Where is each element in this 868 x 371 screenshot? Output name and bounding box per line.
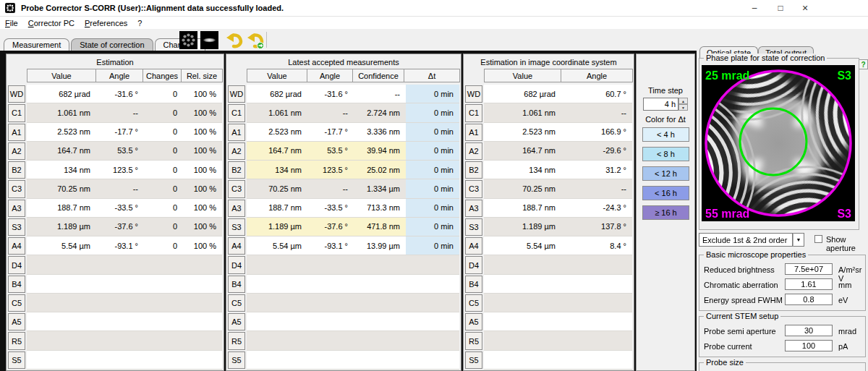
row-data: 2.523 nm166.9 ° xyxy=(484,123,632,142)
column-header-rel-size[interactable]: Rel. size xyxy=(181,69,223,82)
time-color-button-16-h[interactable]: < 16 h xyxy=(642,186,689,200)
row-label-wd[interactable]: WD xyxy=(8,85,25,103)
menu-file[interactable]: File xyxy=(0,18,23,28)
show-aperture-checkbox[interactable] xyxy=(814,235,822,243)
cell-img-a1-angle: 166.9 ° xyxy=(561,123,632,141)
row-label-a1[interactable]: A1 xyxy=(8,124,25,141)
row-label-b2[interactable]: B2 xyxy=(465,161,482,179)
row-label-b4[interactable]: B4 xyxy=(465,276,482,293)
energy-spread-fwhm-input[interactable]: 0.8 xyxy=(785,294,833,305)
reduced-brightness-input[interactable]: 7.5e+07 xyxy=(785,263,833,275)
row-label-r5[interactable]: R5 xyxy=(228,332,245,349)
row-label-a3[interactable]: A3 xyxy=(8,200,25,217)
row-data xyxy=(247,351,459,370)
row-label-s5[interactable]: S5 xyxy=(228,351,245,369)
row-label-a5[interactable]: A5 xyxy=(8,313,25,331)
column-header-value[interactable]: Value xyxy=(484,69,561,82)
cell-img-b2-angle: 31.2 ° xyxy=(561,161,632,179)
tab-measurement[interactable]: Measurement xyxy=(4,38,69,51)
close-button[interactable]: × xyxy=(794,0,816,16)
tableau-aperture-icon[interactable] xyxy=(179,31,197,49)
column-header-value[interactable]: Value xyxy=(247,69,307,82)
order-select[interactable]: Exclude 1st & 2nd order ▼ xyxy=(699,233,804,247)
probe-current-input[interactable]: 100 xyxy=(785,340,833,351)
row-label-c1[interactable]: C1 xyxy=(465,104,482,121)
cell-est-c3-rel-size: 100 % xyxy=(183,179,222,197)
row-label-s3[interactable]: S3 xyxy=(228,218,245,236)
row-label-d4[interactable]: D4 xyxy=(465,256,482,273)
row-label-s5[interactable]: S5 xyxy=(465,351,482,369)
row-label-r5[interactable]: R5 xyxy=(465,332,482,349)
row-label-a2[interactable]: A2 xyxy=(228,142,245,160)
row-label-s3[interactable]: S3 xyxy=(8,218,25,236)
row-label-a2[interactable]: A2 xyxy=(465,142,482,160)
row-label-wd[interactable]: WD xyxy=(465,85,482,103)
row-label-b4[interactable]: B4 xyxy=(8,276,25,293)
column-header-angle[interactable]: Angle xyxy=(561,69,633,82)
minimize-button[interactable]: – xyxy=(744,0,765,16)
row-label-c3[interactable]: C3 xyxy=(228,180,245,197)
row-label-a4[interactable]: A4 xyxy=(228,237,245,255)
row-label-wd[interactable]: WD xyxy=(228,85,245,103)
row-label-a2[interactable]: A2 xyxy=(8,142,25,160)
row-label-b4[interactable]: B4 xyxy=(228,276,245,293)
column-header-confidence[interactable]: Confidence xyxy=(352,69,404,82)
row-label-d4[interactable]: D4 xyxy=(8,256,25,273)
help-button[interactable]: ? xyxy=(859,59,868,69)
spinner-up-icon[interactable]: ▲ xyxy=(678,98,688,104)
probe-semi-aperture-input[interactable]: 30 xyxy=(785,325,833,336)
row-label-b2[interactable]: B2 xyxy=(228,161,245,179)
row-label-a1[interactable]: A1 xyxy=(228,124,245,141)
row-label-a5[interactable]: A5 xyxy=(228,313,245,331)
column-header-t[interactable]: Δt xyxy=(404,69,460,82)
undo-add-icon[interactable] xyxy=(247,31,265,49)
chromatic-aberration-input[interactable]: 1.61 xyxy=(785,278,833,290)
row-label-c1[interactable]: C1 xyxy=(228,104,245,121)
column-header-angle[interactable]: Angle xyxy=(95,69,143,82)
cell-est-wd-value: 682 µrad xyxy=(27,85,96,103)
row-label-d4[interactable]: D4 xyxy=(228,256,245,273)
chevron-down-icon[interactable]: ▼ xyxy=(793,233,804,247)
row-label-a3[interactable]: A3 xyxy=(465,200,482,217)
cell-lat-a4-value: 5.54 µm xyxy=(247,236,307,255)
menu-corrector-pc[interactable]: Corrector PC xyxy=(23,18,80,28)
undo-icon[interactable] xyxy=(226,31,244,49)
row-label-a1[interactable]: A1 xyxy=(465,124,482,141)
cell-lat-a4-angle: -93.1 ° xyxy=(307,236,354,255)
probe-image-icon[interactable] xyxy=(200,31,218,49)
row-label-c5[interactable]: C5 xyxy=(8,294,25,312)
spinner-down-icon[interactable]: ▼ xyxy=(678,104,688,111)
cell-lat-wd-t: 0 min xyxy=(406,85,459,103)
row-label-c5[interactable]: C5 xyxy=(465,294,482,312)
column-header-value[interactable]: Value xyxy=(27,69,96,82)
time-step-value[interactable]: 4 h xyxy=(643,98,678,111)
tab-state-of-correction[interactable]: State of correction xyxy=(71,38,153,51)
row-label-c3[interactable]: C3 xyxy=(465,180,482,197)
menu-help[interactable]: ? xyxy=(132,18,147,28)
row-label-s5[interactable]: S5 xyxy=(8,351,25,369)
table-row-c3: C370.25 nm--0100 % xyxy=(8,179,222,198)
maximize-button[interactable]: □ xyxy=(770,0,791,16)
time-color-button-16-h[interactable]: ≥ 16 h xyxy=(642,205,689,220)
menu-preferences[interactable]: Preferences xyxy=(80,18,132,28)
row-label-b2[interactable]: B2 xyxy=(8,161,25,179)
row-data: 682 µrad-31.6 °--0 min xyxy=(247,85,459,103)
table-row-d4: D4 xyxy=(228,255,459,274)
row-label-a4[interactable]: A4 xyxy=(465,237,482,255)
row-label-c3[interactable]: C3 xyxy=(8,180,25,197)
time-color-button-12-h[interactable]: < 12 h xyxy=(642,166,689,181)
cell-est-s3-angle: -37.6 ° xyxy=(96,218,144,236)
row-label-a4[interactable]: A4 xyxy=(8,237,25,255)
time-color-button-4-h[interactable]: < 4 h xyxy=(642,127,689,142)
row-label-c1[interactable]: C1 xyxy=(8,104,25,121)
row-label-c5[interactable]: C5 xyxy=(228,294,245,312)
time-color-button-8-h[interactable]: < 8 h xyxy=(642,147,689,161)
column-header-changes[interactable]: Changes xyxy=(142,69,182,82)
row-label-r5[interactable]: R5 xyxy=(8,332,25,349)
cell-est-wd-rel-size: 100 % xyxy=(183,85,222,103)
row-label-a3[interactable]: A3 xyxy=(228,200,245,217)
row-label-a5[interactable]: A5 xyxy=(465,313,482,331)
cell-est-wd-angle: -31.6 ° xyxy=(96,85,144,103)
column-header-angle[interactable]: Angle xyxy=(307,69,353,82)
row-label-s3[interactable]: S3 xyxy=(465,218,482,236)
